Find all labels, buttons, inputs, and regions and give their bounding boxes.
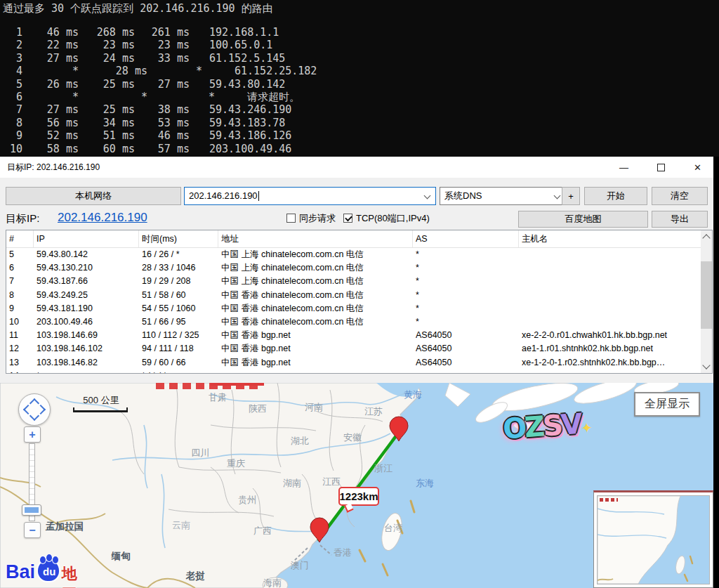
table-row[interactable]: 14** / * / * bbox=[6, 370, 712, 374]
map-scale-label: 500 公里 bbox=[73, 394, 129, 407]
terminal-row: 222 ms23 ms23 ms100.65.0.1 bbox=[0, 39, 719, 51]
dns-select[interactable]: 系统DNS bbox=[440, 187, 566, 205]
map-label: 孟加拉国 bbox=[46, 521, 84, 533]
chevron-down-icon[interactable] bbox=[424, 192, 431, 200]
scrollbar-thumb[interactable] bbox=[701, 261, 712, 329]
map-label: 湖南 bbox=[283, 477, 301, 490]
zoom-slider-handle[interactable] bbox=[22, 504, 41, 516]
hops-table: # IP 时间(ms) 地址 AS 主机名 559.43.80.14216 / … bbox=[6, 230, 713, 374]
target-ip-label: 目标IP: bbox=[6, 210, 39, 227]
map-label: 四川 bbox=[191, 447, 209, 459]
terminal-row: 4*28 ms*61.152.25.182 bbox=[0, 65, 719, 77]
ozsv-watermark: OZSV✦ bbox=[502, 407, 593, 445]
map-pan-control[interactable] bbox=[18, 393, 51, 426]
minimap-inset[interactable] bbox=[593, 490, 713, 588]
trace-app-window: 目标IP: 202.146.216.190 — ✕ 本机网络 202.146.2… bbox=[0, 157, 713, 588]
terminal-row: 952 ms51 ms46 ms59.43.186.126 bbox=[0, 129, 719, 142]
tcp-checkbox-label: TCP(80端口,IPv4) bbox=[356, 210, 430, 227]
start-button[interactable]: 开始 bbox=[584, 187, 647, 205]
chevron-down-icon[interactable] bbox=[554, 192, 561, 200]
add-button[interactable]: + bbox=[562, 187, 580, 205]
map-label: 贵州 bbox=[238, 494, 256, 507]
table-row[interactable]: 559.43.80.14216 / 26 / *中国 上海 chinatelec… bbox=[6, 248, 712, 261]
terminal-row: 1058 ms60 ms57 ms203.100.49.46 bbox=[0, 143, 719, 155]
close-button[interactable]: ✕ bbox=[682, 157, 713, 178]
map-label: 广西 bbox=[253, 525, 272, 537]
target-ip-input[interactable]: 202.146.216.190 bbox=[184, 187, 436, 205]
map-label: 河南 bbox=[305, 401, 323, 414]
screen: 通过最多 30 个跃点跟踪到 202.146.216.190 的路由 146 m… bbox=[0, 0, 719, 588]
baidu-map-button[interactable]: 百度地图 bbox=[518, 211, 648, 228]
table-header: # IP 时间(ms) 地址 AS 主机名 bbox=[6, 230, 712, 248]
col-ip[interactable]: IP bbox=[34, 230, 139, 247]
map-label: 重庆 bbox=[227, 457, 245, 470]
pan-down-icon[interactable] bbox=[29, 411, 39, 421]
minimize-button[interactable]: — bbox=[608, 157, 640, 178]
traceroute-terminal: 通过最多 30 个跃点跟踪到 202.146.216.190 的路由 146 m… bbox=[0, 0, 719, 157]
map-label: 台湾 bbox=[384, 522, 402, 535]
map-label: 海南 bbox=[263, 577, 282, 588]
terminal-row: 146 ms268 ms261 ms192.168.1.1 bbox=[0, 26, 719, 39]
sync-request-checkbox[interactable] bbox=[286, 214, 296, 223]
map-label: 陕西 bbox=[249, 403, 267, 415]
export-button[interactable]: 导出 bbox=[652, 211, 708, 228]
titlebar: 目标IP: 202.146.216.190 — ✕ bbox=[0, 157, 713, 178]
dns-select-value: 系统DNS bbox=[444, 188, 482, 204]
clear-button[interactable]: 清空 bbox=[652, 187, 708, 205]
map-label: 缅甸 bbox=[112, 550, 131, 563]
terminal-row: 727 ms25 ms38 ms59.43.246.190 bbox=[0, 103, 719, 116]
terminal-title: 通过最多 30 个跃点跟踪到 202.146.216.190 的路由 bbox=[0, 0, 719, 15]
map-label: 江西 bbox=[322, 476, 341, 488]
check-icon bbox=[345, 214, 352, 222]
window-title: 目标IP: 202.146.216.190 bbox=[7, 157, 100, 178]
zoom-in-button[interactable]: + bbox=[24, 426, 41, 443]
fullscreen-button[interactable]: 全屏显示 bbox=[634, 392, 700, 417]
col-time[interactable]: 时间(ms) bbox=[139, 230, 218, 247]
baidu-paw-icon: du bbox=[37, 558, 60, 582]
target-ip-value: 202.146.216.190 bbox=[189, 190, 258, 201]
table-row[interactable]: 959.43.181.19054 / 55 / 1060中国 香港 chinat… bbox=[6, 302, 712, 315]
pan-right-icon[interactable] bbox=[36, 405, 46, 414]
table-row[interactable]: 11103.198.146.69110 / 112 / 325中国 香港 bgp… bbox=[6, 329, 712, 342]
scroll-down-icon[interactable] bbox=[702, 361, 710, 369]
col-hop[interactable]: # bbox=[6, 230, 34, 247]
map-label: 安徽 bbox=[343, 431, 362, 444]
local-network-button[interactable]: 本机网络 bbox=[6, 187, 181, 205]
map-label: 澳门 bbox=[291, 559, 309, 572]
col-address[interactable]: 地址 bbox=[218, 230, 413, 247]
table-row[interactable]: 759.43.187.6619 / 29 / 208中国 上海 chinatel… bbox=[6, 275, 712, 288]
map-label: 湖北 bbox=[291, 435, 309, 447]
terminal-row: 856 ms34 ms53 ms59.43.183.78 bbox=[0, 117, 719, 129]
map-scale-bar bbox=[73, 407, 128, 412]
sync-request-label: 同步请求 bbox=[299, 210, 336, 227]
table-row[interactable]: 859.43.249.2551 / 58 / 60中国 香港 chinatele… bbox=[6, 289, 712, 302]
map-label: 老挝 bbox=[186, 570, 205, 582]
map-label: 香港 bbox=[334, 547, 352, 559]
text-caret bbox=[258, 191, 259, 201]
terminal-row: 327 ms24 ms33 ms61.152.5.145 bbox=[0, 52, 719, 65]
zoom-out-button[interactable]: − bbox=[24, 522, 41, 538]
distance-label: 1223km bbox=[338, 487, 379, 506]
terminal-row: 6***请求超时。 bbox=[0, 91, 719, 103]
target-ip-link[interactable]: 202.146.216.190 bbox=[58, 209, 147, 227]
map-label: 甘肃 bbox=[209, 391, 227, 404]
scroll-up-icon[interactable] bbox=[702, 234, 710, 242]
col-as[interactable]: AS bbox=[413, 230, 519, 247]
terminal-row: 526 ms25 ms27 ms59.43.80.142 bbox=[0, 78, 719, 91]
table-scrollbar[interactable] bbox=[701, 230, 712, 373]
map-label: 浙江 bbox=[374, 462, 393, 475]
maximize-button[interactable] bbox=[645, 157, 677, 178]
tcp-checkbox[interactable] bbox=[343, 214, 352, 223]
map-label: 云南 bbox=[172, 519, 190, 532]
baidu-map[interactable]: 甘肃陕西河南江苏安徽湖北四川重庆湖南江西浙江贵州广西云南黄海东海台湾香港澳门海南… bbox=[0, 383, 713, 588]
map-label: 黄海 bbox=[404, 388, 422, 401]
table-row[interactable]: 12103.198.146.10294 / 111 / 118中国 香港 bgp… bbox=[6, 342, 712, 355]
table-row[interactable]: 13103.198.146.8259 / 60 / 66中国 香港 bgp.ne… bbox=[6, 356, 712, 370]
inset-red-label bbox=[600, 498, 618, 502]
col-hostname[interactable]: 主机名 bbox=[519, 230, 700, 247]
table-row[interactable]: 659.43.130.21028 / 33 / 1046中国 上海 chinat… bbox=[6, 261, 712, 275]
table-row[interactable]: 10203.100.49.4651 / 66 / 95中国 香港 chinate… bbox=[6, 315, 712, 329]
maximize-icon bbox=[657, 164, 665, 171]
baidu-map-logo: Bai du 地图 bbox=[6, 557, 83, 585]
map-label: 东海 bbox=[416, 477, 434, 490]
